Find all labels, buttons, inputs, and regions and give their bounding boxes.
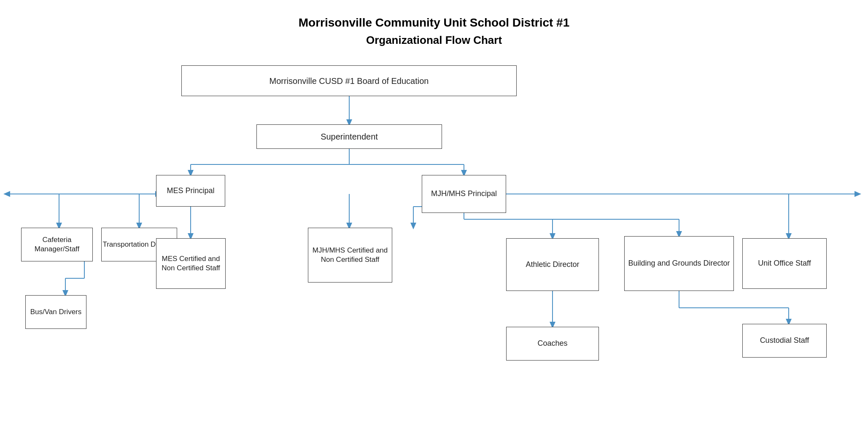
building-label: Building and Grounds Director [628,258,730,268]
unit-office-label: Unit Office Staff [758,258,811,268]
coaches-label: Coaches [537,339,567,348]
mjh-principal-box: MJH/MHS Principal [422,175,506,213]
title-area: Morrisonville Community Unit School Dist… [0,0,868,47]
cafeteria-box: Cafeteria Manager/Staff [21,228,93,261]
coaches-box: Coaches [506,327,599,361]
sub-title: Organizational Flow Chart [0,34,868,47]
mjh-staff-label: MJH/MHS Certified and Non Certified Staf… [308,246,392,264]
building-box: Building and Grounds Director [624,236,734,291]
board-label: Morrisonville CUSD #1 Board of Education [270,75,429,86]
unit-office-box: Unit Office Staff [742,238,827,289]
custodial-box: Custodial Staff [742,324,827,358]
mjh-principal-label: MJH/MHS Principal [431,189,497,199]
mes-principal-box: MES Principal [156,175,225,207]
mes-principal-label: MES Principal [167,186,214,196]
main-title: Morrisonville Community Unit School Dist… [0,16,868,30]
athletic-box: Athletic Director [506,238,599,291]
bus-van-box: Bus/Van Drivers [25,295,86,329]
superintendent-box: Superintendent [256,124,442,149]
mes-staff-label: MES Certified and Non Certified Staff [156,254,225,273]
custodial-label: Custodial Staff [760,336,809,345]
mes-staff-box: MES Certified and Non Certified Staff [156,238,226,289]
board-box: Morrisonville CUSD #1 Board of Education [181,65,517,96]
cafeteria-label: Cafeteria Manager/Staff [22,235,92,254]
mjh-staff-box: MJH/MHS Certified and Non Certified Staf… [308,228,392,283]
page: Morrisonville Community Unit School Dist… [0,0,868,436]
bus-van-label: Bus/Van Drivers [30,307,82,317]
athletic-label: Athletic Director [526,260,579,269]
superintendent-label: Superintendent [321,131,378,142]
